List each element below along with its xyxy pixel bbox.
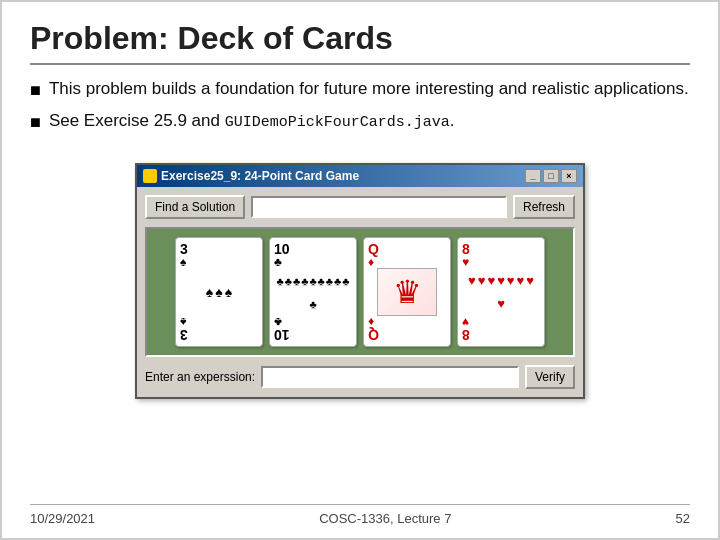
bullet-list: ■ This problem builds a foundation for f… [30, 77, 690, 141]
minimize-button[interactable]: _ [525, 169, 541, 183]
solution-input[interactable] [251, 196, 507, 218]
card-bottom-right: 3 ♠ [180, 316, 258, 342]
card-center: ♣ ♣ ♣ ♣ ♣ ♣ ♣ ♣ ♣ ♣ [274, 268, 352, 316]
bullet-text-2: See Exercise 25.9 and GUIDemoPickFourCar… [49, 109, 690, 133]
bullet-icon-2: ■ [30, 110, 41, 135]
slide-footer: 10/29/2021 COSC-1336, Lecture 7 52 [30, 504, 690, 526]
window-titlebar: Exercise25_9: 24-Point Card Game _ □ × [137, 165, 583, 187]
slide-body: ■ This problem builds a foundation for f… [30, 77, 690, 504]
verify-button[interactable]: Verify [525, 365, 575, 389]
bullet-text-1: This problem builds a foundation for fut… [49, 77, 690, 101]
window-content: Find a Solution Refresh 3 ♠ ♠ ♠ [137, 187, 583, 397]
card-rank-bottom: 10 [274, 328, 290, 342]
card-suit-bottom: ♦ [368, 316, 374, 328]
titlebar-left: Exercise25_9: 24-Point Card Game [143, 169, 359, 183]
card-bottom-right: 8 ♥ [462, 316, 540, 342]
card-suit-bottom: ♥ [462, 316, 469, 328]
card-suit: ♣ [274, 256, 282, 268]
card-bottom-right: Q ♦ [368, 316, 446, 342]
bullet-icon-1: ■ [30, 78, 41, 103]
card-10-clubs: 10 ♣ ♣ ♣ ♣ ♣ ♣ ♣ ♣ ♣ ♣ [269, 237, 357, 347]
card-center: ♥ ♥ ♥ ♥ ♥ ♥ ♥ ♥ [462, 268, 540, 316]
face-card-art: ♛ [393, 273, 422, 311]
card-rank: 8 [462, 242, 470, 256]
slide-title: Problem: Deck of Cards [30, 20, 690, 65]
close-button[interactable]: × [561, 169, 577, 183]
card-3-spades: 3 ♠ ♠ ♠ ♠ 3 ♠ [175, 237, 263, 347]
card-top-left: 3 ♠ [180, 242, 258, 268]
expression-input[interactable] [261, 366, 519, 388]
card-suit: ♠ [180, 256, 186, 268]
card-rank: Q [368, 242, 379, 256]
top-controls: Find a Solution Refresh [145, 195, 575, 219]
card-suit-bottom: ♠ [180, 316, 186, 328]
card-rank-bottom: 8 [462, 328, 470, 342]
footer-course: COSC-1336, Lecture 7 [319, 511, 451, 526]
footer-page: 52 [676, 511, 690, 526]
app-icon [143, 169, 157, 183]
card-bottom-right: 10 ♣ [274, 316, 352, 342]
maximize-button[interactable]: □ [543, 169, 559, 183]
cards-area: 3 ♠ ♠ ♠ ♠ 3 ♠ [145, 227, 575, 357]
card-top-left: Q ♦ [368, 242, 446, 268]
card-suit: ♥ [462, 256, 469, 268]
card-suit: ♦ [368, 256, 374, 268]
card-rank: 3 [180, 242, 188, 256]
card-rank-bottom: Q [368, 328, 379, 342]
titlebar-buttons: _ □ × [525, 169, 577, 183]
card-top-left: 8 ♥ [462, 242, 540, 268]
code-text: GUIDemoPickFourCards.java [225, 114, 450, 131]
window-title: Exercise25_9: 24-Point Card Game [161, 169, 359, 183]
card-top-left: 10 ♣ [274, 242, 352, 268]
footer-date: 10/29/2021 [30, 511, 95, 526]
bullet-item-2: ■ See Exercise 25.9 and GUIDemoPickFourC… [30, 109, 690, 135]
card-rank: 10 [274, 242, 290, 256]
card-8-hearts: 8 ♥ ♥ ♥ ♥ ♥ ♥ ♥ ♥ ♥ [457, 237, 545, 347]
find-solution-button[interactable]: Find a Solution [145, 195, 245, 219]
bullet-item-1: ■ This problem builds a foundation for f… [30, 77, 690, 103]
card-suit-bottom: ♣ [274, 316, 282, 328]
card-queen-diamonds: Q ♦ ♛ Q ♦ [363, 237, 451, 347]
slide: Problem: Deck of Cards ■ This problem bu… [0, 0, 720, 540]
expression-label: Enter an experssion: [145, 370, 255, 384]
card-center: ♠ ♠ ♠ [180, 268, 258, 316]
card-center: ♛ [377, 268, 437, 316]
card-rank-bottom: 3 [180, 328, 188, 342]
card-game-window: Exercise25_9: 24-Point Card Game _ □ × F… [135, 163, 585, 399]
refresh-button[interactable]: Refresh [513, 195, 575, 219]
bottom-controls: Enter an experssion: Verify [145, 365, 575, 389]
